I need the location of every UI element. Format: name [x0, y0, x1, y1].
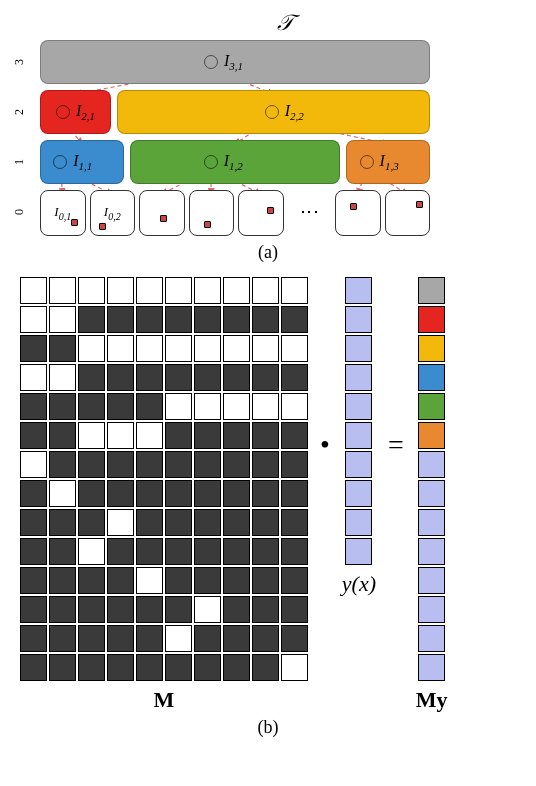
vector-y-cell	[345, 538, 372, 565]
data-point-icon	[160, 215, 167, 222]
matrix-cell	[281, 538, 308, 565]
leaf-0: I0,1	[40, 190, 86, 236]
matrix-cell	[78, 364, 105, 391]
node-circle-icon	[204, 155, 218, 169]
matrix-cell	[252, 364, 279, 391]
matrix-cell	[49, 654, 76, 681]
matrix-cell	[165, 596, 192, 623]
matrix-cell	[165, 654, 192, 681]
matrix-cell	[136, 422, 163, 449]
matrix-cell	[194, 596, 221, 623]
matrix-cell	[252, 335, 279, 362]
matrix-cell	[252, 567, 279, 594]
matrix-cell	[194, 625, 221, 652]
matrix-cell	[281, 364, 308, 391]
matrix-cell	[78, 596, 105, 623]
matrix-cell	[165, 509, 192, 536]
matrix-cell	[107, 596, 134, 623]
matrix-cell	[78, 567, 105, 594]
matrix-cell	[194, 480, 221, 507]
matrix-vector-diagram: M • y(x) = My	[20, 277, 526, 713]
leaf-label: I0,1	[54, 204, 71, 222]
leaf-4	[238, 190, 284, 236]
matrix-cell	[252, 509, 279, 536]
matrix-cell	[194, 364, 221, 391]
node-circle-icon	[53, 155, 67, 169]
matrix-cell	[252, 451, 279, 478]
matrix-cell	[223, 422, 250, 449]
matrix-cell	[281, 422, 308, 449]
matrix-cell	[107, 654, 134, 681]
tree-diagram: 𝒯 3I3,12I2,1I2,21I1,1I1,2I1,30I0,1I0,2⋮	[40, 10, 526, 234]
matrix-cell	[107, 393, 134, 420]
tree-title: 𝒯	[40, 10, 526, 36]
matrix-cell	[281, 277, 308, 304]
vector-My-cell	[418, 509, 445, 536]
matrix-cell	[281, 654, 308, 681]
matrix-cell	[20, 364, 47, 391]
matrix-cell	[49, 393, 76, 420]
matrix-cell	[223, 538, 250, 565]
leaf-label: I0,2	[104, 204, 121, 222]
matrix-cell	[20, 480, 47, 507]
matrix-cell	[252, 306, 279, 333]
matrix-cell	[281, 393, 308, 420]
matrix-cell	[20, 306, 47, 333]
data-point-icon	[416, 201, 423, 208]
data-point-icon	[71, 219, 78, 226]
matrix-cell	[136, 364, 163, 391]
matrix-cell	[78, 335, 105, 362]
matrix-cell	[78, 625, 105, 652]
matrix-cell	[136, 335, 163, 362]
vector-y-cell	[345, 364, 372, 391]
matrix-cell	[281, 306, 308, 333]
data-point-icon	[350, 203, 357, 210]
node-circle-icon	[204, 55, 218, 69]
vector-My-cell	[418, 277, 445, 304]
node-3-1: I3,1	[40, 40, 430, 84]
matrix-cell	[165, 393, 192, 420]
matrix-cell	[107, 364, 134, 391]
matrix-cell	[136, 451, 163, 478]
matrix-cell	[78, 480, 105, 507]
matrix-cell	[49, 364, 76, 391]
matrix-cell	[165, 335, 192, 362]
matrix-cell	[78, 277, 105, 304]
figure: 𝒯 3I3,12I2,1I2,21I1,1I1,2I1,30I0,1I0,2⋮ …	[10, 10, 526, 738]
vector-My	[418, 277, 445, 681]
vector-y-cell	[345, 277, 372, 304]
matrix-cell	[165, 451, 192, 478]
node-1-2: I1,2	[130, 140, 341, 184]
matrix-cell	[281, 567, 308, 594]
node-circle-icon	[360, 155, 374, 169]
matrix-cell	[252, 422, 279, 449]
matrix-cell	[49, 480, 76, 507]
matrix-cell	[49, 538, 76, 565]
matrix-cell	[107, 335, 134, 362]
matrix-cell	[223, 306, 250, 333]
vector-My-cell	[418, 306, 445, 333]
dot-operator: •	[318, 429, 332, 461]
matrix-cell	[107, 306, 134, 333]
matrix-cell	[107, 480, 134, 507]
data-point-icon	[99, 223, 106, 230]
matrix-cell	[107, 422, 134, 449]
matrix-cell	[78, 422, 105, 449]
matrix-cell	[223, 509, 250, 536]
matrix-cell	[194, 306, 221, 333]
matrix-cell	[20, 509, 47, 536]
matrix-cell	[252, 596, 279, 623]
matrix-cell	[194, 277, 221, 304]
vector-y-cell	[345, 306, 372, 333]
matrix-cell	[107, 451, 134, 478]
vector-My-cell	[418, 480, 445, 507]
vector-My-cell	[418, 451, 445, 478]
node-label: I2,2	[285, 102, 304, 122]
leaf-3	[189, 190, 235, 236]
matrix-cell	[107, 277, 134, 304]
matrix-cell	[281, 451, 308, 478]
matrix-cell	[194, 538, 221, 565]
matrix-cell	[194, 654, 221, 681]
matrix-cell	[194, 567, 221, 594]
data-point-icon	[204, 221, 211, 228]
